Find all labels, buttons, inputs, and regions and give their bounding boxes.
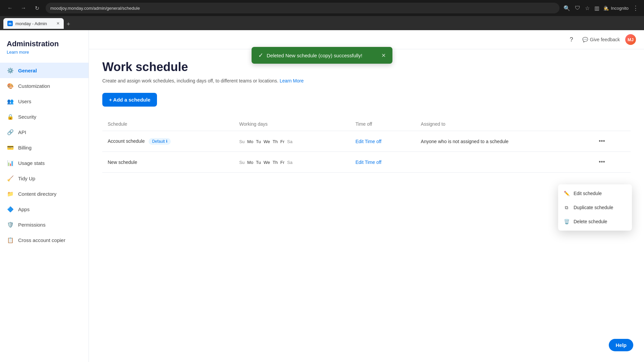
forward-button[interactable]: → (19, 3, 28, 13)
schedule-table: Schedule Working days Time off Assigned … (102, 117, 631, 173)
content-directory-icon: 📁 (7, 190, 14, 197)
page-description: Create and assign work schedules, includ… (102, 78, 631, 83)
sidebar-toggle-icon[interactable]: ▥ (594, 5, 599, 11)
usage-stats-icon: 📊 (7, 159, 14, 167)
sidebar-item-api[interactable]: 🔗 API (0, 124, 89, 140)
col-schedule: Schedule (102, 117, 234, 131)
sidebar-label-apps: Apps (18, 206, 30, 212)
duplicate-schedule-label: Duplicate schedule (574, 205, 613, 210)
active-tab[interactable]: m monday - Admin ✕ (3, 18, 64, 29)
search-icon[interactable]: 🔍 (564, 5, 570, 11)
day-su-2: Su (239, 160, 245, 165)
day-tu: Tu (256, 139, 261, 144)
edit-schedule-icon: ✏️ (564, 190, 570, 196)
assigned-to-cell-2 (416, 152, 591, 173)
tab-close-button[interactable]: ✕ (56, 21, 60, 26)
dropdown-menu: ✏️ Edit schedule ⧉ Duplicate schedule 🗑️… (558, 184, 632, 231)
security-icon: 🔒 (7, 113, 14, 120)
page-description-text: Create and assign work schedules, includ… (102, 78, 278, 83)
cross-account-icon: 📋 (7, 236, 14, 244)
day-th: Th (273, 139, 278, 144)
sidebar-nav: ⚙️ General 🎨 Customization 👥 Users 🔒 Sec… (0, 60, 89, 250)
sidebar-item-cross-account-copier[interactable]: 📋 Cross account copier (0, 232, 89, 248)
sidebar-label-users: Users (18, 99, 31, 104)
sidebar-label-security: Security (18, 114, 36, 120)
back-button[interactable]: ← (5, 3, 15, 13)
toast-message: Deleted New schedule (copy) successfully… (267, 53, 362, 58)
help-button[interactable]: Help (609, 339, 633, 351)
dropdown-item-duplicate-schedule[interactable]: ⧉ Duplicate schedule (558, 200, 632, 215)
new-tab-button[interactable]: + (64, 19, 73, 29)
general-icon: ⚙️ (7, 67, 14, 74)
col-working-days: Working days (234, 117, 350, 131)
day-mo: Mo (247, 139, 253, 144)
add-schedule-button[interactable]: + Add a schedule (102, 93, 157, 107)
url-bar[interactable]: moodjoy.monday.com/admin/general/schedul… (46, 3, 559, 13)
day-tu-2: Tu (256, 160, 261, 165)
incognito-badge: 🕵 Incognito (603, 6, 629, 11)
sidebar-item-security[interactable]: 🔒 Security (0, 109, 89, 124)
working-days-cell: Su Mo Tu We Th Fr Sa (234, 131, 350, 152)
content-area: ? 💬 Give feedback MJ Work schedule Creat… (89, 30, 644, 362)
col-assigned-to: Assigned to (416, 117, 591, 131)
assigned-to-cell-1: Anyone who is not assigned to a schedule (416, 131, 591, 152)
working-days-cell-2: Su Mo Tu We Th Fr Sa (234, 152, 350, 173)
edit-schedule-label: Edit schedule (574, 191, 602, 196)
sidebar-item-apps[interactable]: 🔷 Apps (0, 201, 89, 217)
sidebar-item-content-directory[interactable]: 📁 Content directory (0, 186, 89, 201)
sidebar-item-customization[interactable]: 🎨 Customization (0, 78, 89, 94)
main-layout: Administration Learn more ⚙️ General 🎨 C… (0, 30, 644, 362)
tab-bar: m monday - Admin ✕ + (0, 16, 644, 29)
sidebar-item-billing[interactable]: 💳 Billing (0, 140, 89, 155)
badge-label: Default (152, 139, 165, 144)
learn-more-link[interactable]: Learn More (280, 78, 304, 83)
user-avatar[interactable]: MJ (625, 34, 636, 45)
help-icon[interactable]: ? (566, 34, 577, 45)
sidebar-item-permissions[interactable]: 🛡️ Permissions (0, 217, 89, 232)
dropdown-item-edit-schedule[interactable]: ✏️ Edit schedule (558, 186, 632, 200)
more-options-button-1[interactable]: ••• (596, 136, 608, 146)
tidy-up-icon: 🧹 (7, 175, 14, 182)
api-icon: 🔗 (7, 128, 14, 136)
schedule-name-cell: Account schedule Default ℹ (102, 131, 234, 152)
day-we: We (264, 139, 270, 144)
col-time-off: Time off (350, 117, 416, 131)
table-row: Account schedule Default ℹ Su Mo Tu We T… (102, 131, 631, 152)
edit-time-off-link-2[interactable]: Edit Time off (356, 160, 382, 165)
incognito-label: Incognito (611, 6, 629, 11)
day-mo-2: Mo (247, 160, 253, 165)
delete-schedule-label: Delete schedule (574, 219, 607, 224)
more-options-button-2[interactable]: ••• (596, 157, 608, 167)
url-icons: 🔍 🛡 ☆ ▥ (564, 5, 599, 11)
sidebar-label-content-directory: Content directory (18, 191, 56, 197)
day-su: Su (239, 139, 245, 144)
schedule-name-cell-2: New schedule (102, 152, 234, 173)
address-bar: ← → ↻ moodjoy.monday.com/admin/general/s… (0, 0, 644, 16)
give-feedback-button[interactable]: 💬 Give feedback (582, 37, 620, 42)
sidebar-item-tidy-up[interactable]: 🧹 Tidy Up (0, 171, 89, 186)
table-row: New schedule Su Mo Tu We Th Fr Sa Ed (102, 152, 631, 173)
tab-title: monday - Admin (15, 21, 47, 26)
day-we-2: We (264, 160, 270, 165)
sidebar-label-usage-stats: Usage stats (18, 160, 45, 166)
url-text: moodjoy.monday.com/admin/general/schedul… (50, 6, 140, 11)
star-icon[interactable]: ☆ (585, 5, 590, 11)
page-content: Work schedule Create and assign work sch… (89, 49, 644, 183)
day-fr: Fr (280, 139, 284, 144)
sidebar-item-users[interactable]: 👥 Users (0, 94, 89, 109)
permissions-icon: 🛡️ (7, 221, 14, 228)
sidebar-item-usage-stats[interactable]: 📊 Usage stats (0, 155, 89, 171)
toast-close-button[interactable]: ✕ (381, 52, 386, 59)
billing-icon: 💳 (7, 144, 14, 151)
day-fr-2: Fr (280, 160, 284, 165)
more-options-icon[interactable]: ⋮ (633, 4, 639, 12)
sidebar-header: Administration Learn more (0, 30, 89, 60)
time-off-cell-2: Edit Time off (350, 152, 416, 173)
dropdown-item-delete-schedule[interactable]: 🗑️ Delete schedule (558, 215, 632, 229)
sidebar-label-cross-account: Cross account copier (18, 237, 65, 243)
info-icon: ℹ (166, 139, 167, 143)
sidebar-item-general[interactable]: ⚙️ General (0, 63, 89, 78)
refresh-button[interactable]: ↻ (32, 3, 42, 13)
edit-time-off-link-1[interactable]: Edit Time off (356, 139, 382, 144)
sidebar-learn-more[interactable]: Learn more (7, 50, 82, 55)
